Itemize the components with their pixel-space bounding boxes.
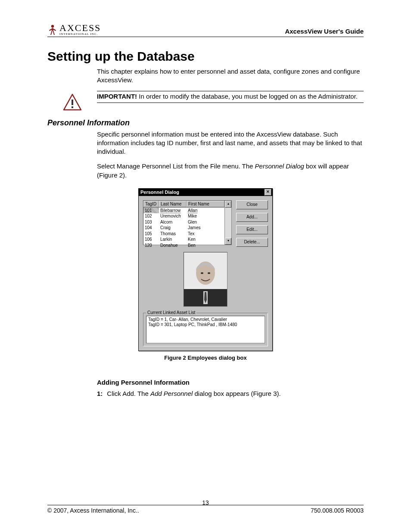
logo-subtext: INTERNATIONAL INC. xyxy=(59,32,101,36)
dialog-title-text: Personnel Dialog xyxy=(140,190,179,195)
edit-button[interactable]: Edit... xyxy=(236,225,268,234)
table-row[interactable]: 120DonahueBen xyxy=(143,243,224,249)
page-footer: 13 © 2007, Axcess International, Inc.. 7… xyxy=(47,505,364,514)
personnel-photo xyxy=(184,252,227,307)
logo: AXCESS INTERNATIONAL INC. xyxy=(47,24,101,36)
asset-listbox[interactable]: TagID = 1, Car- Allan, Chevrolet, Cavali… xyxy=(146,316,265,343)
figure-caption: Figure 2 Employees dialog box xyxy=(47,355,364,361)
table-row[interactable]: 105ThomasTex xyxy=(143,231,224,237)
scroll-up-icon[interactable]: ▴ xyxy=(225,201,231,208)
svg-rect-2 xyxy=(72,106,73,108)
important-body: In order to modify the database, you mus… xyxy=(137,93,358,100)
intro-paragraph: This chapter explains how to enter perso… xyxy=(97,67,364,85)
warning-icon xyxy=(47,91,97,111)
col-firstname[interactable]: First Name xyxy=(187,201,224,207)
table-row[interactable]: 103AlcornGlen xyxy=(143,219,224,225)
chapter-heading: Setting up the Database xyxy=(47,49,364,64)
table-row[interactable]: 106LarkinKen xyxy=(143,236,224,243)
personnel-dialog: Personnel Dialog ✕ TagID Last Name First… xyxy=(138,188,273,351)
table-row[interactable]: 101BilebarrowAllan xyxy=(143,208,224,214)
svg-point-0 xyxy=(51,25,54,28)
add-button[interactable]: Add... xyxy=(236,213,268,222)
scroll-down-icon[interactable]: ▾ xyxy=(225,238,231,245)
svg-point-8 xyxy=(208,272,210,274)
table-row[interactable]: 104CraigJames xyxy=(143,225,224,231)
list-item[interactable]: TagID = 301, Laptop PC, ThinkPad , IBM-1… xyxy=(148,322,263,328)
guide-title: AxcessView User's Guide xyxy=(285,28,364,36)
subsection-heading: Adding Personnel Information xyxy=(97,378,364,387)
section-heading: Personnel Information xyxy=(47,118,364,128)
step-1: 1:Click Add. The Add Personnel dialog bo… xyxy=(97,389,364,398)
important-label: IMPORTANT! xyxy=(97,93,137,100)
important-note: IMPORTANT! In order to modify the databa… xyxy=(97,91,364,103)
dialog-titlebar: Personnel Dialog ✕ xyxy=(139,189,272,196)
table-row[interactable]: 102UremovichMike xyxy=(143,213,224,219)
logo-text: AXCESS xyxy=(59,24,101,32)
col-tagid[interactable]: TagID xyxy=(143,201,159,207)
scrollbar[interactable]: ▴ ▾ xyxy=(224,201,231,245)
fieldset-legend: Current Linked Asset List xyxy=(146,310,196,315)
close-button[interactable]: Close xyxy=(236,200,268,209)
para-personnel-info: Specific personnel information must be e… xyxy=(97,130,364,156)
linked-asset-fieldset: Current Linked Asset List TagID = 1, Car… xyxy=(143,313,268,346)
svg-point-7 xyxy=(201,272,203,274)
svg-rect-1 xyxy=(72,100,73,105)
page-header: AXCESS INTERNATIONAL INC. AxcessView Use… xyxy=(47,24,364,37)
doc-revision: 750.008.005 R0003 xyxy=(311,507,364,514)
page-number: 13 xyxy=(47,499,364,506)
list-item[interactable]: TagID = 1, Car- Allan, Chevrolet, Cavali… xyxy=(148,317,263,323)
personnel-listview[interactable]: TagID Last Name First Name 101Bilebarrow… xyxy=(143,200,232,245)
listview-header: TagID Last Name First Name xyxy=(143,201,224,208)
logo-person-icon xyxy=(47,24,58,36)
delete-button[interactable]: Delete... xyxy=(236,238,268,247)
col-lastname[interactable]: Last Name xyxy=(159,201,187,207)
close-icon[interactable]: ✕ xyxy=(265,189,271,196)
para-select-manage: Select Manage Personnel List from the Fi… xyxy=(97,162,364,180)
copyright: © 2007, Axcess International, Inc.. xyxy=(47,507,139,514)
